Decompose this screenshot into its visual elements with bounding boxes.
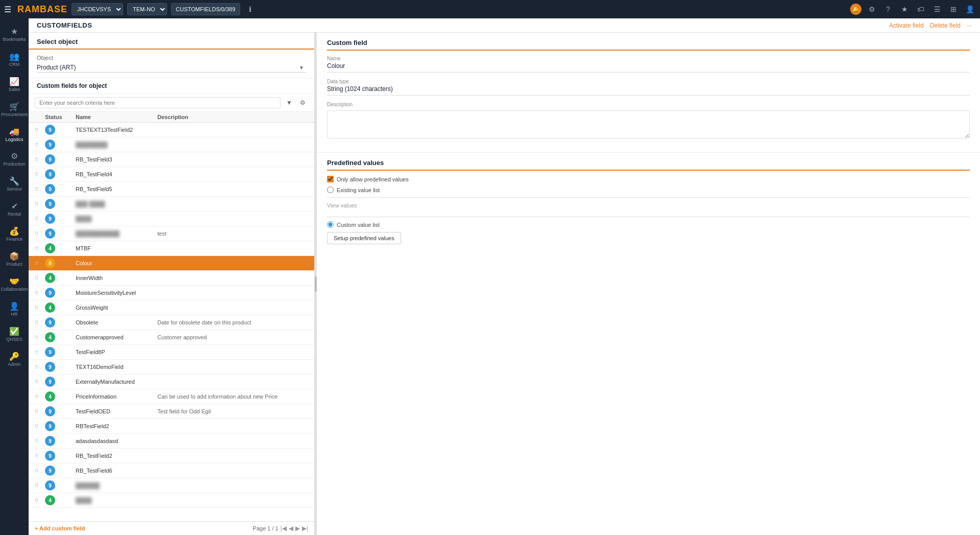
table-row[interactable]: ⠿ 9 ███ ████: [29, 197, 314, 212]
panel-resizer[interactable]: [315, 33, 317, 535]
next-page-btn[interactable]: ▶: [295, 525, 300, 532]
notification-icon[interactable]: 🔔: [850, 4, 861, 15]
drag-handle[interactable]: ⠿: [35, 157, 45, 162]
drag-handle[interactable]: ⠿: [35, 350, 45, 355]
table-row[interactable]: ⠿ 9 RB_TestField4: [29, 167, 314, 182]
table-row[interactable]: ⠿ 9 Obsolete Date for obsolete date on t…: [29, 315, 314, 330]
add-custom-field-btn[interactable]: + Add custom field: [35, 525, 85, 531]
env-select[interactable]: JHCDEVSYS: [72, 3, 123, 15]
drag-handle[interactable]: ⠿: [35, 424, 45, 429]
sidebar-item-service[interactable]: 🔧 Service: [0, 172, 29, 196]
sidebar-item-production[interactable]: ⚙ Production: [0, 147, 29, 171]
table-row[interactable]: ⠿ 9 RB_TestField6: [29, 463, 314, 478]
setup-predefined-btn[interactable]: Setup predefined values: [327, 232, 401, 244]
drag-handle[interactable]: ⠿: [35, 438, 45, 444]
table-row[interactable]: ⠿ 9 RB_TestField5: [29, 182, 314, 197]
sidebar-item-bookmarks[interactable]: ★ Bookmarks: [0, 22, 29, 46]
drag-handle[interactable]: ⠿: [35, 216, 45, 222]
table-row[interactable]: ⠿ 9 RBTestField2: [29, 419, 314, 434]
menu-icon[interactable]: ☰: [931, 3, 943, 15]
drag-handle[interactable]: ⠿: [35, 172, 45, 177]
sidebar-item-admin[interactable]: 🔑 Admin: [0, 347, 29, 371]
sidebar-item-sales[interactable]: 📈 Sales: [0, 73, 29, 97]
table-row[interactable]: ⠿ 9 TEXT16DemoField: [29, 360, 314, 375]
search-input[interactable]: [35, 97, 281, 108]
table-row[interactable]: ⠿ 9 ExternallyManufactured: [29, 375, 314, 389]
view-values-btn[interactable]: View values: [327, 202, 357, 208]
tag-icon[interactable]: 🏷: [915, 3, 927, 15]
hamburger-icon[interactable]: ☰: [4, 5, 11, 14]
last-page-btn[interactable]: ▶|: [302, 525, 308, 532]
drag-handle[interactable]: ⠿: [35, 483, 45, 489]
path-info-icon[interactable]: ℹ: [244, 3, 256, 15]
sidebar-item-hr[interactable]: 👤 HR: [0, 297, 29, 321]
grid-icon[interactable]: ⊞: [947, 3, 960, 15]
table-row[interactable]: ⠿ 4 PriceInformation Can be used to add …: [29, 389, 314, 404]
existing-value-radio[interactable]: [327, 187, 334, 193]
drag-handle[interactable]: ⠿: [35, 142, 45, 148]
sidebar-item-product[interactable]: 📦 Product: [0, 247, 29, 271]
table-row[interactable]: ⠿ 4 Customerapproved Customer approved: [29, 330, 314, 345]
table-row[interactable]: ⠿ 9 ███████████ test: [29, 226, 314, 241]
filter-icon[interactable]: ▼: [284, 97, 295, 108]
drag-handle[interactable]: ⠿: [35, 187, 45, 192]
more-actions-btn[interactable]: ···: [967, 22, 972, 29]
table-row[interactable]: ⠿ 9 ████████: [29, 137, 314, 152]
drag-handle[interactable]: ⠿: [35, 261, 45, 266]
table-row[interactable]: ⠿ 9 MoistureSensitivityLevel: [29, 286, 314, 300]
table-row[interactable]: ⠿ 9 ████: [29, 212, 314, 226]
drag-handle[interactable]: ⠿: [35, 379, 45, 385]
drag-handle[interactable]: ⠿: [35, 246, 45, 251]
table-row[interactable]: ⠿ 9 RB_TestField2: [29, 449, 314, 463]
sidebar-item-crm[interactable]: 👥 CRM: [0, 48, 29, 72]
table-row[interactable]: ⠿ 9 TestField8P: [29, 345, 314, 360]
sidebar-item-logistics[interactable]: 🚚 Logistics: [0, 123, 29, 147]
table-row[interactable]: ⠿ 4 MTBF: [29, 241, 314, 256]
settings-icon[interactable]: ⚙: [297, 97, 308, 108]
only-predefined-checkbox[interactable]: [327, 176, 334, 182]
drag-handle[interactable]: ⠿: [35, 394, 45, 400]
drag-handle[interactable]: ⠿: [35, 409, 45, 414]
col-name: Name: [76, 114, 157, 120]
gear-icon[interactable]: ⚙: [866, 3, 878, 15]
table-row[interactable]: ⠿ 9 ██████: [29, 478, 314, 493]
table-row[interactable]: ⠿ 4 ████: [29, 493, 314, 508]
table-row[interactable]: ⠿ 4 InnerWidth: [29, 271, 314, 286]
table-row[interactable]: ⠿ 9 TESTEXT13TestField2: [29, 123, 314, 137]
table-row[interactable]: ⠿ 9 adasdasdasdasd: [29, 434, 314, 449]
name-value[interactable]: Colour: [327, 62, 970, 73]
sidebar-item-procurement[interactable]: 🛒 Procurement: [0, 98, 29, 122]
table-row[interactable]: ⠿ 4 GrossWeight: [29, 300, 314, 315]
cell-name: TestField8P: [76, 349, 157, 355]
drag-handle[interactable]: ⠿: [35, 275, 45, 281]
drag-handle[interactable]: ⠿: [35, 290, 45, 296]
module-select[interactable]: TEM-NO: [127, 3, 167, 15]
drag-handle[interactable]: ⠿: [35, 335, 45, 340]
drag-handle[interactable]: ⠿: [35, 364, 45, 370]
user-icon[interactable]: 👤: [964, 3, 976, 15]
help-icon[interactable]: ?: [882, 3, 894, 15]
description-input[interactable]: [327, 110, 970, 138]
object-select[interactable]: Product (ART): [37, 63, 306, 73]
sidebar-item-qhses[interactable]: ✅ QHSES: [0, 322, 29, 346]
prev-page-btn[interactable]: ◀: [289, 525, 293, 532]
table-row[interactable]: ⠿ 9 RB_TestField3: [29, 152, 314, 167]
drag-handle[interactable]: ⠿: [35, 305, 45, 311]
bookmark-icon[interactable]: ★: [898, 3, 911, 15]
sidebar-item-finance[interactable]: 💰 Finance: [0, 222, 29, 246]
drag-handle[interactable]: ⠿: [35, 468, 45, 474]
delete-field-link[interactable]: Delete field: [930, 22, 961, 29]
activate-field-link[interactable]: Activate field: [889, 22, 924, 29]
sidebar-item-collaboration[interactable]: 🤝 Collaboration: [0, 272, 29, 296]
drag-handle[interactable]: ⠿: [35, 453, 45, 459]
table-row[interactable]: ⠿ 0 Colour: [29, 256, 314, 271]
drag-handle[interactable]: ⠿: [35, 498, 45, 503]
drag-handle[interactable]: ⠿: [35, 320, 45, 325]
drag-handle[interactable]: ⠿: [35, 231, 45, 237]
sidebar-item-rental[interactable]: ✔ Rental: [0, 197, 29, 221]
drag-handle[interactable]: ⠿: [35, 201, 45, 207]
table-row[interactable]: ⠿ 9 TestFieldOED Test field for Odd Egil: [29, 404, 314, 419]
custom-value-radio[interactable]: [327, 221, 334, 228]
first-page-btn[interactable]: |◀: [281, 525, 287, 532]
drag-handle[interactable]: ⠿: [35, 127, 45, 133]
